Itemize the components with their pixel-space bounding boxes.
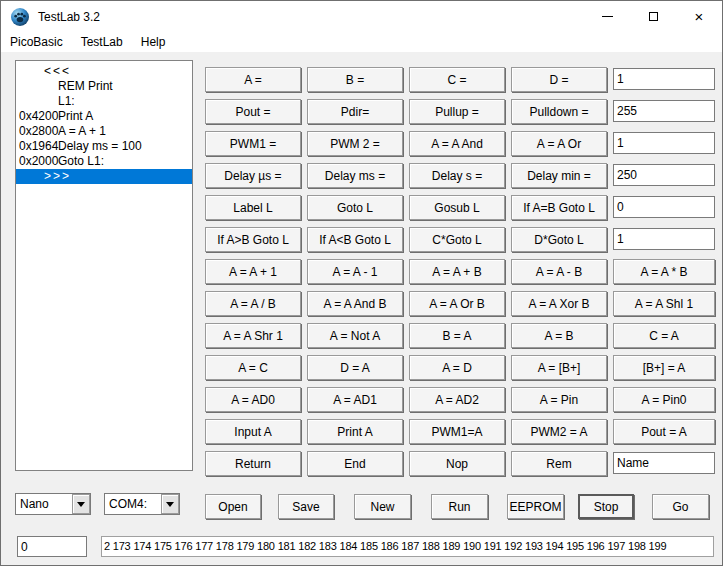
opcode-button[interactable]: A = C bbox=[205, 355, 301, 380]
device-select-dropdown-button[interactable] bbox=[72, 494, 90, 514]
label-number-input[interactable] bbox=[613, 196, 715, 218]
menu-help[interactable]: Help bbox=[132, 32, 175, 52]
listing-line-selected[interactable]: >>> bbox=[16, 169, 192, 184]
opcode-button[interactable]: A = D bbox=[409, 355, 505, 380]
opcode-button[interactable]: Rem bbox=[511, 451, 607, 476]
opcode-button[interactable]: A = Pin0 bbox=[613, 387, 715, 412]
opcode-button[interactable]: Nop bbox=[409, 451, 505, 476]
serial-output-field[interactable]: 2 173 174 175 176 177 178 179 180 181 18… bbox=[101, 536, 714, 557]
opcode-button[interactable]: A = B bbox=[511, 323, 607, 348]
opcode-button[interactable]: A = A Shl 1 bbox=[613, 291, 715, 316]
device-select[interactable]: Nano bbox=[15, 493, 91, 515]
opcode-button[interactable]: Gosub L bbox=[409, 195, 505, 220]
opcode-button[interactable]: A = A Shr 1 bbox=[205, 323, 301, 348]
opcode-button[interactable]: B = bbox=[307, 67, 403, 92]
opcode-button[interactable]: Delay min = bbox=[511, 163, 607, 188]
opcode-button[interactable]: A = A Xor B bbox=[511, 291, 607, 316]
new-button[interactable]: New bbox=[354, 494, 411, 519]
opcode-button[interactable]: End bbox=[307, 451, 403, 476]
opcode-button[interactable]: Pout = A bbox=[613, 419, 715, 444]
opcode-button[interactable]: Delay ms = bbox=[307, 163, 403, 188]
opcode-button[interactable]: Pout = bbox=[205, 99, 301, 124]
open-button[interactable]: Open bbox=[205, 494, 261, 519]
opcode-button[interactable]: PWM1 = bbox=[205, 131, 301, 156]
opcode-button[interactable]: A = AD0 bbox=[205, 387, 301, 412]
opcode-button[interactable]: If A<B Goto L bbox=[307, 227, 403, 252]
opcode-button[interactable]: A = Pin bbox=[511, 387, 607, 412]
status-value-input[interactable] bbox=[17, 536, 87, 557]
opcode-button[interactable]: Goto L bbox=[307, 195, 403, 220]
opcode-button[interactable]: D*Goto L bbox=[511, 227, 607, 252]
opcode-button[interactable]: A = A + 1 bbox=[205, 259, 301, 284]
opcode-button[interactable]: C*Goto L bbox=[409, 227, 505, 252]
save-button[interactable]: Save bbox=[278, 494, 334, 519]
title-bar: TestLab 3.2 × bbox=[1, 1, 722, 32]
delay-value-input[interactable] bbox=[613, 164, 715, 186]
program-listing[interactable]: <<< REM Print L1: 0x4200Print A 0x2800A … bbox=[15, 60, 193, 471]
opcode-button[interactable]: Return bbox=[205, 451, 301, 476]
opcode-button[interactable]: Input A bbox=[205, 419, 301, 444]
window-controls: × bbox=[584, 1, 722, 32]
goto-label-input[interactable] bbox=[613, 228, 715, 250]
name-input[interactable] bbox=[613, 452, 715, 474]
listing-line[interactable]: <<< bbox=[16, 64, 192, 79]
listing-line[interactable]: 0x1964Delay ms = 100 bbox=[16, 139, 192, 154]
opcode-button[interactable]: B = A bbox=[409, 323, 505, 348]
maximize-button[interactable] bbox=[630, 1, 676, 32]
go-button[interactable]: Go bbox=[652, 494, 709, 519]
menu-testlab[interactable]: TestLab bbox=[72, 32, 132, 52]
stop-button[interactable]: Stop bbox=[578, 494, 634, 519]
opcode-button[interactable]: A = A And B bbox=[307, 291, 403, 316]
opcode-button[interactable]: If A>B Goto L bbox=[205, 227, 301, 252]
opcode-button[interactable]: PWM 2 = bbox=[307, 131, 403, 156]
eeprom-button[interactable]: EEPROM bbox=[507, 494, 564, 519]
minimize-button[interactable] bbox=[584, 1, 630, 32]
listing-line[interactable]: 0x2800A = A + 1 bbox=[16, 124, 192, 139]
abcd-value-input[interactable] bbox=[613, 68, 715, 90]
opcode-button[interactable]: Delay s = bbox=[409, 163, 505, 188]
listing-line[interactable]: L1: bbox=[16, 94, 192, 109]
close-button[interactable]: × bbox=[676, 1, 722, 32]
listing-line[interactable]: 0x2000Goto L1: bbox=[16, 154, 192, 169]
opcode-button[interactable]: A = A * B bbox=[613, 259, 715, 284]
listing-line[interactable]: 0x4200Print A bbox=[16, 109, 192, 124]
opcode-button[interactable]: Pullup = bbox=[409, 99, 505, 124]
opcode-button[interactable]: A = Not A bbox=[307, 323, 403, 348]
device-select-value: Nano bbox=[16, 494, 72, 514]
run-button[interactable]: Run bbox=[431, 494, 488, 519]
opcode-button[interactable]: PWM2 = A bbox=[511, 419, 607, 444]
opcode-button[interactable]: A = A Or bbox=[511, 131, 607, 156]
paw-icon bbox=[10, 7, 30, 27]
opcode-button[interactable]: A = A And bbox=[409, 131, 505, 156]
logic-operand-input[interactable] bbox=[613, 132, 715, 154]
opcode-button[interactable]: A = A - B bbox=[511, 259, 607, 284]
opcode-grid: A = B = C = D = Pout = Pdir= Pullup = Pu… bbox=[205, 67, 715, 476]
opcode-button[interactable]: A = A - 1 bbox=[307, 259, 403, 284]
opcode-button[interactable]: A = bbox=[205, 67, 301, 92]
opcode-button[interactable]: Pulldown = bbox=[511, 99, 607, 124]
opcode-button[interactable]: Delay µs = bbox=[205, 163, 301, 188]
opcode-button[interactable]: A = [B+] bbox=[511, 355, 607, 380]
dropdown-arrow-icon bbox=[77, 502, 85, 507]
opcode-button[interactable]: A = AD1 bbox=[307, 387, 403, 412]
opcode-button[interactable]: A = A + B bbox=[409, 259, 505, 284]
menu-picobasic[interactable]: PicoBasic bbox=[1, 32, 72, 52]
port-value-input[interactable] bbox=[613, 100, 715, 122]
com-port-select[interactable]: COM4: bbox=[104, 493, 180, 515]
opcode-button[interactable]: A = A / B bbox=[205, 291, 301, 316]
opcode-button[interactable]: If A=B Goto L bbox=[511, 195, 607, 220]
opcode-button[interactable]: PWM1=A bbox=[409, 419, 505, 444]
opcode-button[interactable]: Pdir= bbox=[307, 99, 403, 124]
opcode-button[interactable]: A = A Or B bbox=[409, 291, 505, 316]
com-port-dropdown-button[interactable] bbox=[161, 494, 179, 514]
opcode-button[interactable]: C = A bbox=[613, 323, 715, 348]
opcode-button[interactable]: A = AD2 bbox=[409, 387, 505, 412]
opcode-button[interactable]: Label L bbox=[205, 195, 301, 220]
opcode-button[interactable]: [B+] = A bbox=[613, 355, 715, 380]
listing-line[interactable]: REM Print bbox=[16, 79, 192, 94]
opcode-button[interactable]: Print A bbox=[307, 419, 403, 444]
opcode-button[interactable]: D = bbox=[511, 67, 607, 92]
opcode-button[interactable]: D = A bbox=[307, 355, 403, 380]
opcode-button[interactable]: C = bbox=[409, 67, 505, 92]
app-window: TestLab 3.2 × PicoBasic TestLab Help <<<… bbox=[0, 0, 723, 566]
